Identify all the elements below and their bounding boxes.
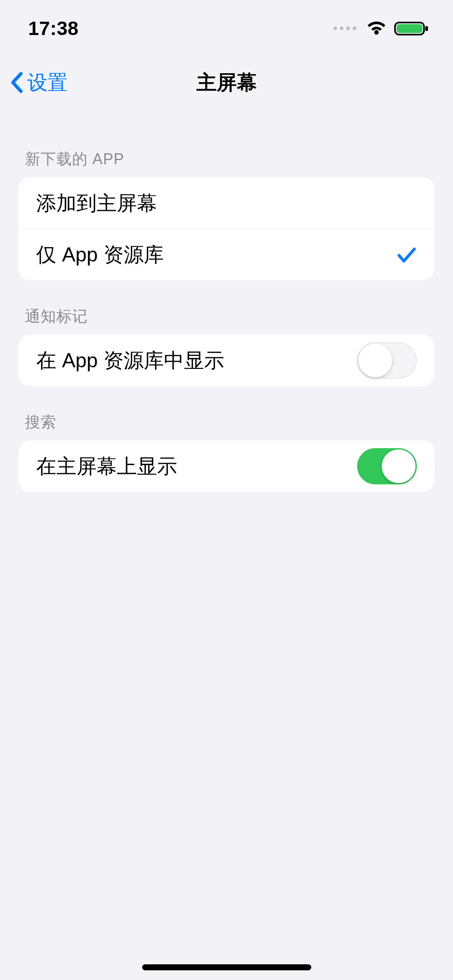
switch-knob bbox=[358, 344, 392, 377]
option-label: 仅 App 资源库 bbox=[36, 241, 164, 268]
status-indicators bbox=[333, 20, 429, 36]
switch-knob bbox=[382, 449, 416, 483]
option-add-to-home[interactable]: 添加到主屏幕 bbox=[19, 177, 434, 229]
cellular-dots-icon bbox=[333, 27, 356, 30]
section-notification-badges: 在 App 资源库中显示 bbox=[19, 335, 434, 386]
section-newly-downloaded: 添加到主屏幕 仅 App 资源库 bbox=[19, 177, 434, 280]
svg-rect-1 bbox=[397, 24, 422, 33]
svg-rect-2 bbox=[425, 26, 428, 31]
section-search: 在主屏幕上显示 bbox=[19, 441, 434, 492]
content: 新下载的 APP 添加到主屏幕 仅 App 资源库 通知标记 在 App 资源库… bbox=[0, 109, 453, 492]
toggle-show-on-home-screen[interactable] bbox=[357, 448, 417, 484]
row-label: 在 App 资源库中显示 bbox=[36, 347, 224, 374]
toggle-show-in-app-library[interactable] bbox=[357, 342, 417, 379]
back-label: 设置 bbox=[27, 69, 68, 96]
status-time: 17:38 bbox=[28, 17, 79, 39]
row-show-on-home-screen: 在主屏幕上显示 bbox=[19, 441, 434, 492]
battery-icon bbox=[394, 20, 429, 36]
home-indicator[interactable] bbox=[142, 964, 311, 970]
section-header-newly-downloaded: 新下载的 APP bbox=[19, 109, 434, 177]
section-header-notification-badges: 通知标记 bbox=[19, 280, 434, 335]
page-title: 主屏幕 bbox=[0, 69, 453, 96]
row-label: 在主屏幕上显示 bbox=[36, 453, 177, 480]
option-app-library-only[interactable]: 仅 App 资源库 bbox=[19, 229, 434, 280]
section-header-search: 搜索 bbox=[19, 386, 434, 441]
row-show-in-app-library: 在 App 资源库中显示 bbox=[19, 335, 434, 386]
chevron-left-icon bbox=[10, 71, 24, 94]
option-label: 添加到主屏幕 bbox=[36, 190, 157, 217]
status-bar: 17:38 bbox=[0, 0, 453, 56]
back-button[interactable]: 设置 bbox=[0, 69, 68, 96]
nav-bar: 设置 主屏幕 bbox=[0, 56, 453, 109]
wifi-icon bbox=[366, 20, 387, 36]
checkmark-icon bbox=[397, 246, 417, 264]
